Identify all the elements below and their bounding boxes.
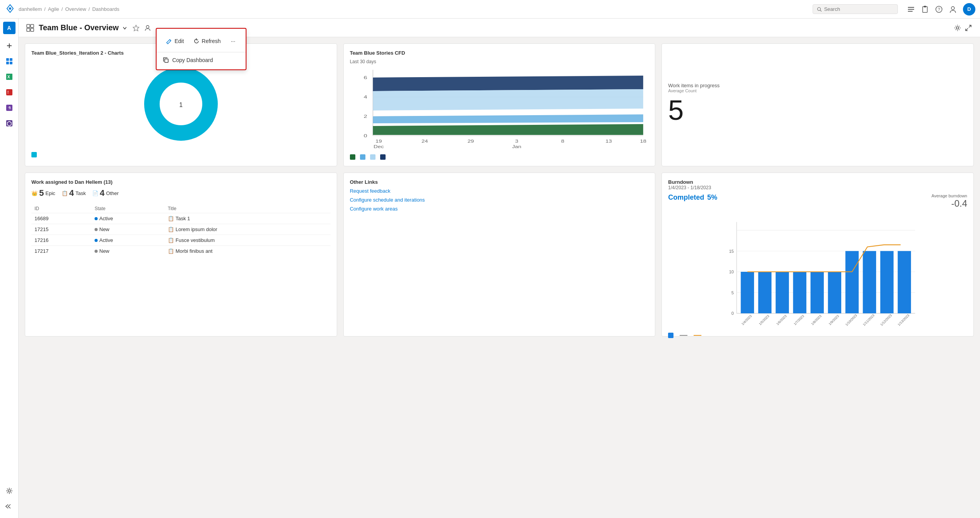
chevron-down-icon[interactable] — [122, 25, 128, 31]
breadcrumb-item-1[interactable]: danhellem — [19, 6, 42, 12]
sidebar-item-add[interactable] — [2, 39, 16, 53]
settings-icon[interactable] — [954, 24, 961, 32]
col-title: Title — [165, 204, 331, 213]
svg-rect-7 — [923, 7, 927, 12]
sidebar-item-package[interactable] — [2, 116, 16, 130]
svg-text:8: 8 — [561, 139, 564, 143]
breadcrumb-item-4[interactable]: Dashboards — [92, 6, 119, 12]
svg-point-11 — [951, 7, 954, 10]
more-button[interactable]: ··· — [227, 35, 239, 47]
svg-text:3: 3 — [515, 139, 518, 143]
svg-rect-30 — [31, 28, 34, 31]
user-avatar[interactable]: D — [963, 3, 975, 16]
svg-text:1: 1 — [179, 102, 183, 108]
work-items-sublabel: Average Count — [668, 88, 696, 93]
cfd-legend — [350, 154, 649, 160]
svg-marker-31 — [133, 25, 139, 31]
svg-text:13: 13 — [605, 139, 611, 143]
work-items-card: Work items in progress Average Count 5 — [661, 43, 974, 166]
copy-icon — [163, 57, 169, 63]
dashboard-grid: Team Blue_Stories_Iteration 2 - Charts 1… — [19, 37, 980, 343]
svg-text:29: 29 — [467, 139, 474, 143]
svg-rect-80 — [863, 251, 876, 313]
cfd-chart-card: Team Blue Stories CFD Last 30 days 0 2 4… — [343, 43, 656, 166]
work-items-label: Work items in progress — [668, 83, 720, 88]
search-icon — [817, 7, 822, 12]
cell-id: 17216 — [31, 235, 91, 246]
sidebar-item-bugs[interactable]: ! — [2, 85, 16, 99]
clipboard-icon[interactable] — [921, 5, 929, 13]
burndown-completed: Completed 5% — [668, 193, 717, 209]
svg-rect-5 — [908, 9, 914, 10]
svg-text:18: 18 — [640, 139, 646, 143]
svg-text:1/4/2023: 1/4/2023 — [741, 314, 753, 326]
dropdown-top-row: Edit Refresh ··· — [157, 32, 245, 50]
sidebar-item-board[interactable] — [2, 54, 16, 68]
svg-rect-74 — [758, 272, 772, 313]
burndown-chart-area: 0 5 10 15 — [668, 214, 967, 330]
breadcrumb-item-2[interactable]: Agile — [48, 6, 59, 12]
left-sidebar: A X ! ⚗ — [0, 19, 19, 518]
sidebar-item-excel[interactable]: X — [2, 70, 16, 84]
svg-marker-51 — [373, 89, 643, 111]
work-type-epic: 👑 5 Epic — [31, 188, 55, 198]
copy-dashboard-button[interactable]: Copy Dashboard — [157, 54, 245, 66]
svg-text:0: 0 — [363, 133, 367, 138]
sidebar-settings-icon[interactable] — [2, 484, 16, 498]
svg-rect-81 — [880, 251, 894, 313]
svg-text:6: 6 — [363, 75, 367, 80]
svg-rect-29 — [27, 28, 30, 31]
col-state: State — [91, 204, 165, 213]
top-nav: danhellem / Agile / Overview / Dashboard… — [0, 0, 980, 19]
sidebar-avatar[interactable]: A — [3, 22, 16, 34]
search-box[interactable] — [813, 4, 898, 14]
header-right — [954, 24, 972, 32]
donut-legend — [31, 152, 331, 157]
svg-text:X: X — [7, 75, 10, 79]
cfd-chart-title: Team Blue Stories CFD — [350, 50, 649, 56]
cfd-color-4 — [380, 154, 386, 160]
table-row: 17217 New 📋Morbi finibus ant — [31, 246, 331, 257]
team-icon[interactable] — [144, 24, 151, 31]
edit-button[interactable]: Edit — [163, 36, 187, 46]
other-count: 4 — [100, 188, 105, 198]
other-label: Other — [106, 190, 119, 196]
burndown-bar-color — [668, 333, 673, 338]
svg-text:15: 15 — [729, 249, 734, 254]
work-assigned-title: Work assigned to Dan Hellem (13) — [31, 179, 331, 185]
cell-title: 📋Task 1 — [165, 213, 331, 224]
work-items-count: 5 — [668, 96, 684, 124]
refresh-button[interactable]: Refresh — [190, 36, 224, 46]
other-link-item[interactable]: Request feedback — [350, 188, 649, 194]
cell-id: 16689 — [31, 213, 91, 224]
other-links-list: Request feedbackConfigure schedule and i… — [350, 188, 649, 212]
svg-text:4: 4 — [363, 95, 367, 100]
other-link-item[interactable]: Configure schedule and iterations — [350, 197, 649, 203]
svg-rect-78 — [828, 272, 841, 313]
sidebar-collapse-icon[interactable] — [2, 499, 16, 513]
svg-text:24: 24 — [421, 139, 427, 143]
help-icon[interactable]: ? — [935, 5, 943, 13]
breadcrumb-item-3[interactable]: Overview — [65, 6, 86, 12]
work-summary: 👑 5 Epic 📋 4 Task 📄 4 Other — [31, 188, 331, 198]
other-link-item[interactable]: Configure work areas — [350, 206, 649, 212]
burndown-legend — [668, 333, 967, 338]
sidebar-item-test[interactable]: ⚗ — [2, 101, 16, 115]
cfd-subtitle: Last 30 days — [350, 59, 649, 64]
col-id: ID — [31, 204, 91, 213]
svg-marker-50 — [373, 76, 643, 91]
person-icon[interactable] — [949, 5, 957, 13]
favorite-star-icon[interactable] — [133, 24, 140, 31]
search-input[interactable] — [824, 6, 894, 12]
svg-text:1/9/2023: 1/9/2023 — [828, 314, 840, 326]
other-icon: 📄 — [92, 190, 98, 196]
app-logo[interactable] — [5, 3, 16, 15]
donut-legend-color — [31, 152, 37, 157]
cfd-legend-item-4 — [380, 154, 386, 160]
svg-rect-73 — [741, 272, 754, 313]
expand-icon[interactable] — [964, 24, 972, 32]
list-icon[interactable] — [907, 5, 915, 13]
svg-line-36 — [969, 25, 971, 28]
burndown-line-gray — [680, 335, 687, 336]
svg-rect-6 — [908, 11, 913, 12]
